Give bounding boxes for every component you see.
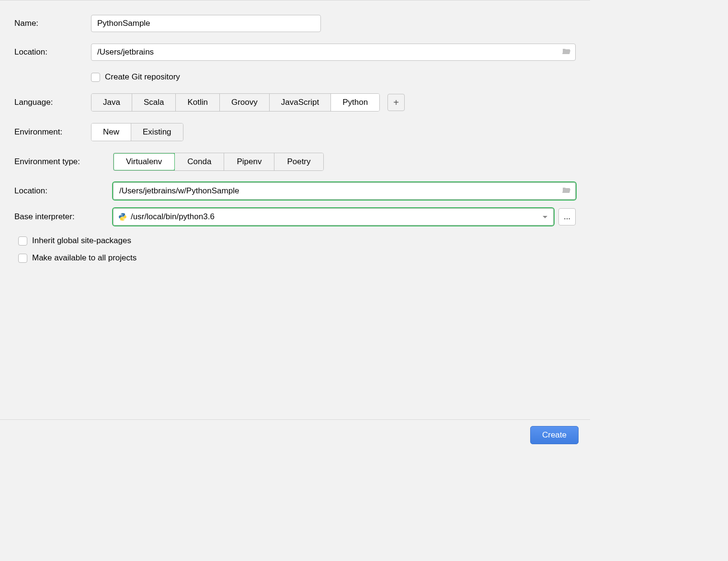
create-button[interactable]: Create <box>530 426 579 444</box>
venv-location-field <box>113 182 576 200</box>
name-row: Name: <box>14 15 576 32</box>
language-row: Language: Java Scala Kotlin Groovy JavaS… <box>14 93 576 112</box>
make-available-checkbox[interactable] <box>18 254 27 263</box>
venv-location-label: Location: <box>14 186 113 196</box>
add-language-button[interactable]: + <box>387 94 405 111</box>
location-label: Location: <box>14 47 91 57</box>
env-type-option-poetry[interactable]: Poetry <box>274 153 323 170</box>
base-interp-select[interactable]: /usr/local/bin/python3.6 <box>113 208 554 225</box>
make-available-label: Make available to all projects <box>32 253 136 263</box>
language-option-groovy[interactable]: Groovy <box>220 94 270 111</box>
base-interp-row: Base interpreter: /usr/local/bin/python3… <box>14 208 576 225</box>
language-label: Language: <box>14 98 91 107</box>
location-input[interactable] <box>91 44 576 61</box>
make-available-row: Make available to all projects <box>18 253 576 263</box>
env-type-row: Environment type: Virtualenv Conda Pipen… <box>14 153 576 171</box>
create-git-row: Create Git repository <box>91 72 576 82</box>
language-option-kotlin[interactable]: Kotlin <box>176 94 220 111</box>
environment-option-new[interactable]: New <box>91 123 131 141</box>
env-type-option-pipenv[interactable]: Pipenv <box>224 153 274 170</box>
environment-label: Environment: <box>14 127 91 137</box>
env-type-option-conda[interactable]: Conda <box>175 153 224 170</box>
new-project-form: Name: Location: Create Git repository La… <box>0 0 590 263</box>
location-field <box>91 44 576 61</box>
folder-open-icon[interactable] <box>562 47 571 57</box>
language-option-scala[interactable]: Scala <box>132 94 176 111</box>
python-icon <box>118 213 127 221</box>
environment-row: Environment: New Existing <box>14 123 576 141</box>
base-interp-label: Base interpreter: <box>14 212 113 222</box>
environment-segmented: New Existing <box>91 123 183 141</box>
base-interp-field: /usr/local/bin/python3.6 <box>113 208 554 225</box>
name-input[interactable] <box>91 15 321 32</box>
create-git-label: Create Git repository <box>105 72 180 82</box>
inherit-global-row: Inherit global site-packages <box>18 236 576 246</box>
language-segmented: Java Scala Kotlin Groovy JavaScript Pyth… <box>91 93 380 112</box>
env-type-label: Environment type: <box>14 157 113 167</box>
create-git-checkbox[interactable] <box>91 73 100 82</box>
language-option-java[interactable]: Java <box>91 94 132 111</box>
env-type-option-virtualenv[interactable]: Virtualenv <box>114 153 175 170</box>
chevron-down-icon <box>542 212 548 222</box>
inherit-global-checkbox[interactable] <box>18 236 27 246</box>
folder-open-icon[interactable] <box>562 186 571 196</box>
ellipsis-icon: ... <box>564 212 570 222</box>
footer: Create <box>0 419 590 450</box>
env-type-segmented: Virtualenv Conda Pipenv Poetry <box>113 153 324 171</box>
environment-option-existing[interactable]: Existing <box>131 123 183 141</box>
browse-interpreter-button[interactable]: ... <box>558 208 576 225</box>
inherit-global-label: Inherit global site-packages <box>32 236 131 246</box>
name-label: Name: <box>14 19 91 28</box>
plus-icon: + <box>393 97 399 108</box>
venv-location-input[interactable] <box>113 182 576 200</box>
language-option-python[interactable]: Python <box>331 94 379 111</box>
venv-location-row: Location: <box>14 182 576 200</box>
location-row: Location: <box>14 44 576 61</box>
base-interp-value: /usr/local/bin/python3.6 <box>131 212 215 222</box>
language-option-javascript[interactable]: JavaScript <box>270 94 331 111</box>
